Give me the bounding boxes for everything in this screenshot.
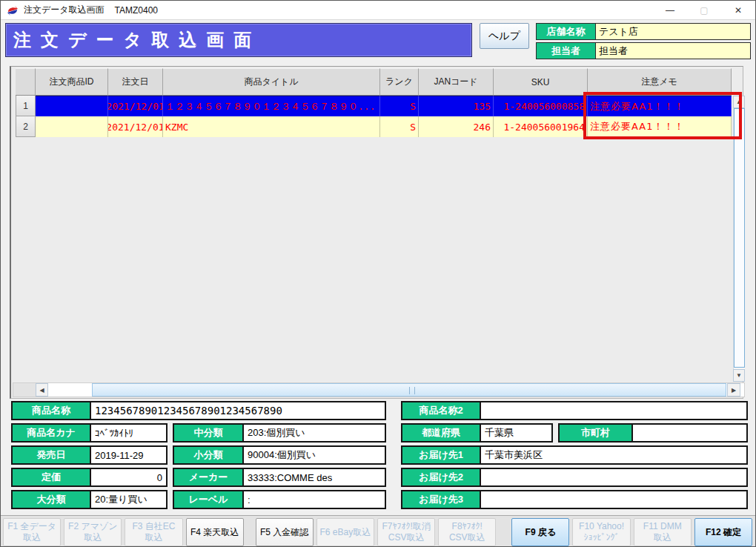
product-name2-group: 商品名称2 (401, 401, 748, 420)
cell-title: KZMC (163, 116, 380, 137)
prefecture-label: 都道府県 (402, 425, 481, 441)
address3-field[interactable] (481, 491, 746, 508)
product-name-field[interactable]: 123456789012345678901234567890 (91, 402, 385, 419)
major-class-field[interactable]: 20:量り買い (91, 491, 166, 508)
scroll-left-icon: ◀ (39, 387, 44, 394)
list-price-field[interactable]: 0 (91, 469, 166, 485)
vertical-scrollbar-track[interactable] (733, 108, 745, 369)
store-name-group: 店舗名称 テスト店 (536, 23, 751, 40)
f3-own-ec-import-button: F3 自社EC取込 (125, 518, 182, 546)
scroll-right-button[interactable]: ▶ (727, 383, 740, 397)
f12-confirm-button[interactable]: F12 確定 (694, 518, 752, 546)
address3-label: お届け先3 (402, 491, 481, 508)
window-title: 注文データ取込画面 (24, 4, 105, 16)
order-grid: 注文商品ID 注文日 商品タイトル ランク JANコード SKU 注意メモ 1 … (10, 66, 743, 399)
cell-title: １２３４５６７８９０１２３４５６７８９０... (163, 96, 380, 116)
scroll-right-icon: ▶ (732, 387, 736, 394)
address1-label: お届け先1 (402, 447, 481, 463)
list-price-group: 定価 0 (11, 468, 168, 487)
product-name-group: 商品名称 123456789012345678901234567890 (11, 401, 386, 420)
address3-group: お届け先3 (401, 490, 748, 509)
minimize-button[interactable]: — (653, 1, 687, 20)
label-name-label: レーベル (174, 491, 244, 508)
label-name-group: レーベル : (173, 490, 386, 509)
f10-yahoo-shopping-button: F10 Yahoo!ｼｮｯﾋﾟﾝｸﾞ (572, 518, 630, 546)
cell-sku: 1-240056000858 (494, 96, 588, 116)
store-name-label: 店舗名称 (537, 24, 596, 39)
label-name-field[interactable]: : (244, 491, 385, 508)
maker-label: メーカー (174, 469, 244, 485)
f5-payment-check-button[interactable]: F5 入金確認 (256, 518, 314, 546)
address2-field[interactable] (481, 469, 746, 485)
cell-sku: 1-240056001964 (494, 116, 588, 137)
close-button[interactable]: ✕ (721, 1, 755, 20)
minor-class-group: 小分類 90004:個別買い (173, 445, 386, 465)
product-kana-field[interactable]: ｺﾍﾞﾂｶｲﾄﾘ (91, 425, 166, 441)
product-kana-label: 商品名カナ (13, 425, 91, 441)
release-date-group: 発売日 2019-11-29 (11, 445, 168, 465)
major-class-label: 大分類 (13, 491, 91, 508)
row-number[interactable]: 1 (16, 96, 36, 116)
f8-yafuoku-csv-button: F8ﾔﾌｵｸ!CSV取込 (438, 518, 496, 546)
cell-order-date: 2021/12/01 (108, 96, 163, 116)
minor-class-label: 小分類 (174, 447, 244, 463)
person-field[interactable]: 担当者 (596, 43, 750, 59)
product-kana-group: 商品名カナ ｺﾍﾞﾂｶｲﾄﾘ (11, 423, 168, 442)
major-class-group: 大分類 20:量り買い (11, 490, 168, 509)
cell-rank: S (380, 96, 419, 116)
maker-field[interactable]: 33333:COMME des (244, 469, 385, 485)
col-header-sku[interactable]: SKU (494, 68, 588, 96)
help-button[interactable]: ヘルプ (480, 23, 529, 49)
address1-field[interactable]: 千葉市美浜区 (481, 447, 746, 463)
window-controls: — ▢ ✕ (653, 1, 755, 20)
cell-order-id (36, 116, 108, 137)
horizontal-scrollbar-thumb[interactable] (92, 383, 726, 397)
address2-label: お届け先2 (402, 469, 481, 485)
app-icon (7, 4, 19, 16)
scroll-down-button[interactable]: ▼ (733, 369, 745, 382)
release-date-label: 発売日 (13, 447, 91, 463)
minor-class-field[interactable]: 90004:個別買い (244, 447, 385, 463)
prefecture-field[interactable]: 千葉県 (481, 425, 551, 441)
list-price-label: 定価 (13, 469, 91, 485)
function-key-bar: F1 全データ取込 F2 アマゾン取込 F3 自社EC取込 F4 楽天取込 F5… (1, 515, 755, 547)
prefecture-group: 都道府県 千葉県 (401, 423, 553, 442)
scroll-left-button[interactable]: ◀ (36, 383, 48, 397)
mid-class-label: 中分類 (174, 425, 244, 441)
memo-highlight-box (583, 92, 742, 139)
address2-group: お届け先2 (401, 468, 748, 487)
store-name-field[interactable]: テスト店 (596, 24, 750, 39)
maker-group: メーカー 33333:COMME des (173, 468, 386, 487)
cell-order-date: 2021/12/01 (108, 116, 163, 137)
maximize-button: ▢ (687, 1, 721, 20)
mid-class-field[interactable]: 203:個別買い (244, 425, 385, 441)
city-field[interactable] (633, 425, 746, 441)
cell-jan: 246 (419, 116, 494, 137)
app-window: 注文データ取込画面 TAMZ0400 — ▢ ✕ 注文データ取込画面 ヘルプ 店… (0, 0, 756, 547)
horizontal-scrollbar-track[interactable] (13, 382, 745, 397)
f9-back-button[interactable]: F9 戻る (511, 518, 569, 546)
mid-class-group: 中分類 203:個別買い (173, 423, 386, 442)
release-date-field[interactable]: 2019-11-29 (91, 447, 166, 463)
f4-rakuten-import-button[interactable]: F4 楽天取込 (186, 518, 244, 546)
f2-amazon-import-button: F2 アマゾン取込 (64, 518, 122, 546)
scrollbar-grip-icon (409, 387, 415, 394)
scroll-down-icon: ▼ (736, 372, 742, 379)
f7-yafuoku-cancel-csv-button: F7ﾔﾌｵｸ!取消CSV取込 (377, 518, 435, 546)
col-header-title[interactable]: 商品タイトル (163, 68, 380, 96)
product-name2-field[interactable] (481, 402, 746, 419)
f6-ebay-import-button: F6 eBay取込 (316, 518, 374, 546)
window-code: TAMZ0400 (115, 5, 158, 16)
person-group: 担当者 担当者 (536, 42, 751, 59)
scrollbar-corner (13, 383, 36, 397)
col-header-order-date[interactable]: 注文日 (108, 68, 163, 96)
col-header-order-id[interactable]: 注文商品ID (36, 68, 108, 96)
f11-dmm-import-button: F11 DMM取込 (634, 518, 692, 546)
product-name2-label: 商品名称2 (402, 402, 481, 419)
city-group: 市町村 (558, 423, 748, 442)
vertical-scrollbar-thumb[interactable] (734, 108, 745, 368)
col-header-rank[interactable]: ランク (380, 68, 419, 96)
person-label: 担当者 (537, 43, 596, 59)
col-header-jan[interactable]: JANコード (419, 68, 494, 96)
row-number[interactable]: 2 (16, 116, 36, 137)
